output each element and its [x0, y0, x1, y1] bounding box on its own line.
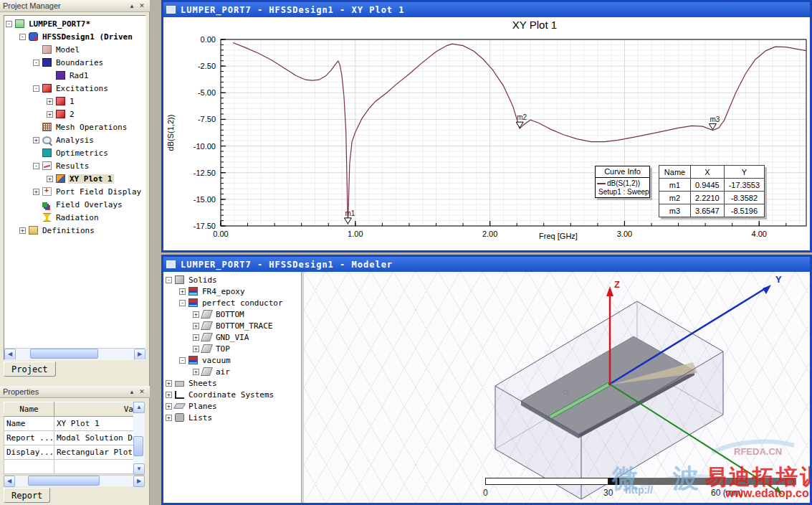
expand-icon[interactable]: +: [47, 111, 53, 118]
properties-cell[interactable]: Display...: [4, 445, 54, 460]
collapse-icon[interactable]: -: [19, 34, 26, 40]
xy-plot-window-title: LUMPER_PORT7 - HFSSDesign1 - XY Plot 1: [181, 5, 405, 15]
expand-icon[interactable]: +: [166, 415, 172, 421]
tree-item-hfssdesign1-driven[interactable]: -HFSSDesign1 (Driven: [6, 30, 145, 43]
expand-icon[interactable]: +: [33, 189, 39, 195]
tree-item-bottom[interactable]: +BOTTOM: [166, 308, 301, 320]
hscroll-track[interactable]: [15, 476, 133, 486]
project-manager-header[interactable]: Project Manager ▴ ✕: [0, 0, 150, 12]
expand-icon[interactable]: +: [193, 369, 199, 375]
properties-cell[interactable]: Modal Solution Dat: [54, 431, 134, 445]
tree-item-rad1[interactable]: Rad1: [6, 69, 145, 82]
tree-item-solids[interactable]: -Solids: [166, 274, 301, 285]
properties-row[interactable]: NameXY Plot 1: [4, 417, 134, 431]
properties-cell[interactable]: [54, 460, 134, 474]
tree-item-1[interactable]: +1: [6, 95, 145, 108]
pin-panel-button[interactable]: ▴: [127, 387, 137, 397]
scroll-right-icon[interactable]: ▶: [134, 349, 145, 360]
collapse-icon[interactable]: -: [179, 300, 186, 306]
expand-icon[interactable]: +: [19, 227, 26, 234]
properties-col-header[interactable]: Va: [54, 402, 134, 417]
tree-item-lumper-port7[interactable]: -LUMPER_PORT7*: [6, 17, 145, 30]
expand-icon[interactable]: +: [166, 392, 172, 398]
properties-row[interactable]: Display...Rectangular Plot: [4, 445, 134, 460]
tree-item-model[interactable]: Model: [6, 43, 145, 56]
tree-item-results[interactable]: -Results: [6, 159, 145, 172]
pin-panel-button[interactable]: ▴: [127, 1, 137, 11]
properties-header[interactable]: Properties ▴ ✕: [0, 386, 150, 398]
model-3d-canvas: ZY: [304, 272, 810, 503]
expand-icon[interactable]: +: [47, 98, 53, 105]
scroll-left-icon[interactable]: ◀: [4, 476, 15, 487]
expand-icon[interactable]: +: [179, 288, 186, 295]
tree-item-analysis[interactable]: +Analysis: [6, 133, 145, 146]
tree-item-port-field-display[interactable]: +Port Field Display: [6, 185, 145, 198]
tree-item-xy-plot-1[interactable]: +XY Plot 1: [6, 172, 145, 185]
tree-item-optimetrics[interactable]: Optimetrics: [6, 146, 145, 159]
tree-item-fr4-epoxy[interactable]: +FR4_epoxy: [166, 285, 301, 297]
tree-item-top[interactable]: +TOP: [166, 343, 301, 354]
tree-item-boundaries[interactable]: -Boundaries: [6, 56, 145, 69]
close-panel-button[interactable]: ✕: [137, 1, 147, 11]
scroll-left-icon[interactable]: ◀: [4, 349, 16, 360]
scroll-down-icon[interactable]: ▼: [133, 463, 145, 475]
modeler-3d-view[interactable]: ZY 0 30 60 (mm) RFEDA.CN 微 波 http:// 易迪拓…: [304, 272, 810, 503]
project-manager-title: Project Manager: [3, 1, 127, 10]
tab-report[interactable]: Report: [4, 488, 50, 503]
expand-icon[interactable]: +: [33, 137, 39, 143]
expand-icon[interactable]: +: [193, 334, 199, 341]
properties-row[interactable]: Report ...Modal Solution Dat: [4, 431, 134, 445]
tree-item-mesh-operations[interactable]: Mesh Operations: [6, 121, 145, 133]
tab-project[interactable]: Project: [4, 362, 56, 377]
tree-item-gnd-via[interactable]: +GND_VIA: [166, 331, 301, 343]
collapse-icon[interactable]: -: [33, 163, 39, 169]
properties-cell[interactable]: Name: [4, 417, 54, 431]
properties-row[interactable]: [4, 460, 134, 474]
collapse-icon[interactable]: -: [166, 277, 172, 283]
vscroll-thumb[interactable]: [133, 436, 143, 456]
hscroll-thumb[interactable]: [30, 349, 98, 359]
close-panel-button[interactable]: ✕: [137, 387, 147, 397]
properties-cell[interactable]: XY Plot 1: [54, 417, 134, 431]
hscroll-track[interactable]: [16, 349, 134, 359]
tree-item-air[interactable]: +air: [166, 366, 301, 377]
collapse-icon[interactable]: -: [179, 357, 186, 364]
properties-hscrollbar[interactable]: ◀ ▶: [4, 475, 145, 486]
tree-item-sheets[interactable]: +Sheets: [166, 377, 301, 389]
expand-icon[interactable]: +: [193, 323, 199, 329]
properties-col-header[interactable]: Name: [4, 402, 54, 417]
expand-icon[interactable]: +: [166, 403, 172, 410]
vscroll-track[interactable]: [133, 413, 145, 463]
collapse-icon[interactable]: -: [33, 85, 39, 92]
collapse-icon[interactable]: -: [33, 60, 39, 66]
tree-item-excitations[interactable]: -Excitations: [6, 82, 145, 95]
properties-cell[interactable]: Rectangular Plot: [54, 445, 134, 460]
expand-icon[interactable]: +: [47, 176, 53, 182]
tree-item-perfect-conductor[interactable]: -perfect conductor: [166, 297, 301, 308]
expand-icon[interactable]: +: [193, 311, 199, 318]
tree-item-planes[interactable]: +Planes: [166, 400, 301, 412]
curve-info-legend[interactable]: Curve Info dB(S(1,2)) Setup1 : Sweep: [595, 166, 650, 198]
tree-item-coordinate-systems[interactable]: +Coordinate Systems: [166, 389, 301, 400]
collapse-icon[interactable]: -: [6, 21, 12, 27]
tree-item-definitions[interactable]: +Definitions: [6, 224, 145, 237]
xy-plot-titlebar[interactable]: LUMPER_PORT7 - HFSSDesign1 - XY Plot 1: [163, 2, 810, 17]
tree-item-bottom-trace[interactable]: +BOTTOM_TRACE: [166, 320, 301, 331]
tree-item-2[interactable]: +2: [6, 108, 145, 121]
tree-item-vacuum[interactable]: -vacuum: [166, 354, 301, 366]
tree-item-lists[interactable]: +Lists: [166, 412, 301, 423]
properties-vscrollbar[interactable]: ▲ ▼: [133, 402, 145, 475]
properties-cell[interactable]: Report ...: [4, 431, 54, 445]
scroll-up-icon[interactable]: ▲: [133, 402, 145, 413]
modeler-titlebar[interactable]: LUMPER_PORT7 - HFSSDesign1 - Modeler: [163, 257, 810, 272]
hscroll-thumb[interactable]: [28, 476, 100, 486]
properties-cell[interactable]: [4, 460, 54, 474]
project-tree-hscrollbar[interactable]: ◀ ▶: [4, 348, 145, 359]
tree-item-label: Mesh Operations: [54, 123, 128, 132]
tree-item-radiation[interactable]: Radiation: [6, 211, 145, 224]
expand-icon[interactable]: +: [193, 346, 199, 352]
expand-icon[interactable]: +: [166, 380, 172, 387]
port-field-icon: [42, 187, 52, 196]
scroll-right-icon[interactable]: ▶: [133, 476, 145, 487]
tree-item-field-overlays[interactable]: Field Overlays: [6, 198, 145, 211]
